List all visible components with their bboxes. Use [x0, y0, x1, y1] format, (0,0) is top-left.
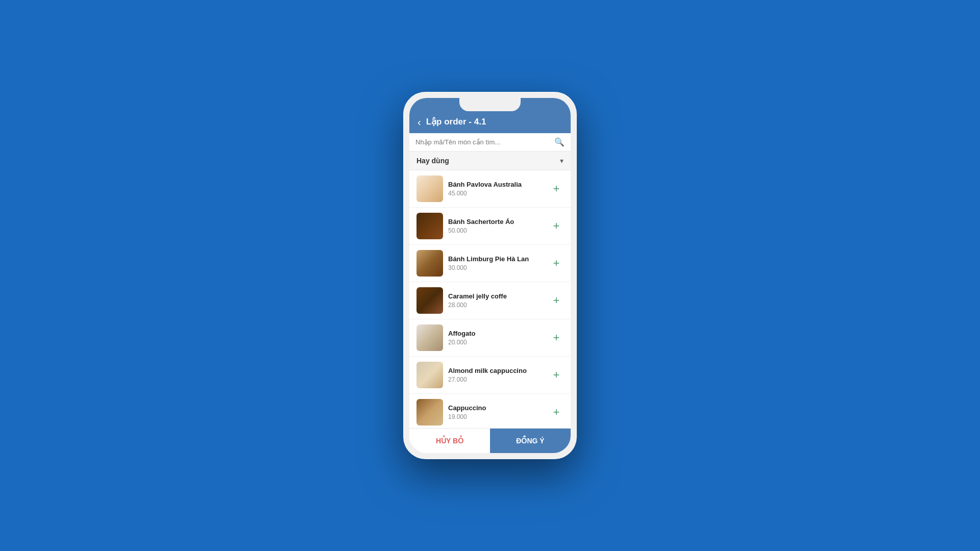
back-button[interactable]: ‹: [418, 117, 421, 127]
cancel-button[interactable]: HỦY BỎ: [409, 429, 490, 453]
list-item: Almond milk cappuccino27.000+: [409, 357, 571, 394]
item-info: Affogato20.000: [448, 330, 544, 346]
add-item-button[interactable]: +: [549, 182, 564, 196]
add-item-button[interactable]: +: [549, 405, 564, 419]
search-icon: 🔍: [554, 137, 565, 147]
item-info: Almond milk cappuccino27.000: [448, 367, 544, 383]
notch: [459, 98, 521, 111]
item-name: Caramel jelly coffe: [448, 292, 544, 300]
list-item: Bánh Limburg Pie Hà Lan30.000+: [409, 245, 571, 282]
item-image: [416, 399, 443, 425]
add-item-button[interactable]: +: [549, 368, 564, 382]
item-image: [416, 176, 443, 202]
bottom-bar: HỦY BỎ ĐỒNG Ý: [409, 428, 571, 453]
chevron-down-icon: ▾: [560, 157, 564, 165]
add-item-button[interactable]: +: [549, 293, 564, 308]
item-name: Cappuccino: [448, 404, 544, 412]
item-info: Bánh Sachertorte Áo50.000: [448, 218, 544, 234]
item-name: Bánh Pavlova Australia: [448, 181, 544, 188]
item-image: [416, 213, 443, 239]
list-item: Affogato20.000+: [409, 319, 571, 357]
item-price: 28.000: [448, 302, 544, 309]
list-item: Cappuccino19.000+: [409, 394, 571, 428]
items-list: Bánh Pavlova Australia45.000+Bánh Sacher…: [409, 170, 571, 428]
category-label: Hay dùng: [416, 157, 449, 165]
item-price: 45.000: [448, 190, 544, 197]
item-price: 19.000: [448, 413, 544, 420]
confirm-button[interactable]: ĐỒNG Ý: [490, 429, 571, 453]
add-item-button[interactable]: +: [549, 219, 564, 233]
search-input[interactable]: [415, 138, 554, 146]
add-item-button[interactable]: +: [549, 256, 564, 270]
item-image: [416, 250, 443, 277]
add-item-button[interactable]: +: [549, 331, 564, 345]
item-name: Almond milk cappuccino: [448, 367, 544, 374]
item-image: [416, 287, 443, 314]
item-name: Bánh Limburg Pie Hà Lan: [448, 255, 544, 263]
phone-shell: ‹ Lập order - 4.1 🔍 Hay dùng ▾ Bánh Pavl…: [403, 92, 577, 459]
item-name: Bánh Sachertorte Áo: [448, 218, 544, 226]
item-info: Cappuccino19.000: [448, 404, 544, 420]
item-price: 30.000: [448, 264, 544, 271]
list-item: Bánh Sachertorte Áo50.000+: [409, 208, 571, 245]
item-name: Affogato: [448, 330, 544, 337]
category-filter[interactable]: Hay dùng ▾: [409, 152, 571, 170]
phone-screen: ‹ Lập order - 4.1 🔍 Hay dùng ▾ Bánh Pavl…: [409, 98, 571, 453]
item-info: Bánh Pavlova Australia45.000: [448, 181, 544, 197]
search-bar: 🔍: [409, 133, 571, 152]
item-price: 20.000: [448, 339, 544, 346]
list-item: Caramel jelly coffe28.000+: [409, 282, 571, 319]
item-price: 27.000: [448, 376, 544, 383]
item-image: [416, 362, 443, 388]
item-price: 50.000: [448, 227, 544, 234]
list-item: Bánh Pavlova Australia45.000+: [409, 170, 571, 208]
item-info: Caramel jelly coffe28.000: [448, 292, 544, 309]
page-title: Lập order - 4.1: [426, 116, 562, 127]
item-image: [416, 324, 443, 351]
item-info: Bánh Limburg Pie Hà Lan30.000: [448, 255, 544, 271]
